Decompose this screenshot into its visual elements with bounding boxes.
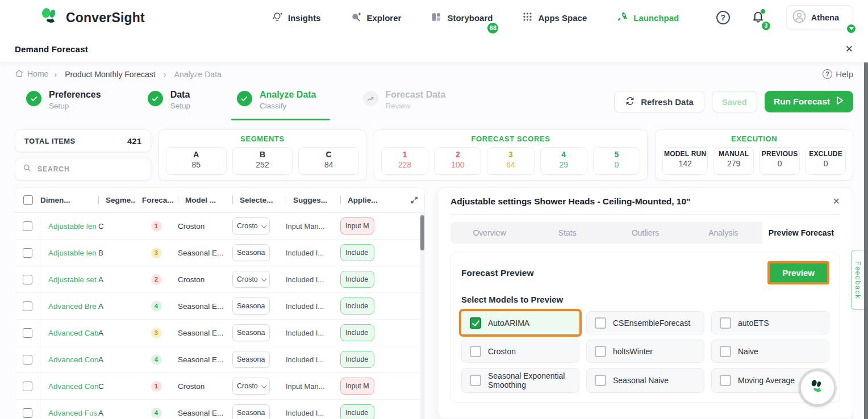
feedback-tab[interactable]: Feedback <box>851 250 864 310</box>
model-checkbox[interactable] <box>470 317 481 329</box>
step-data[interactable]: Data Setup <box>145 89 198 120</box>
table-row[interactable]: Advanced Fus A 4 Seasonal E... Seasona I… <box>15 400 424 419</box>
model-checkbox[interactable] <box>595 375 606 386</box>
row-checkbox[interactable] <box>23 301 32 311</box>
nav-item-explorer[interactable]: Explorer <box>350 11 402 24</box>
table-row[interactable]: Adjustable len B 3 Seasonal E... Seasona… <box>15 240 424 266</box>
model-checkbox[interactable] <box>470 346 481 357</box>
table-row[interactable]: Adjustable set A 2 Croston Crosto Includ… <box>15 266 424 293</box>
selected-model-select[interactable]: Crosto <box>232 271 270 288</box>
table-row[interactable]: Adjustable len C 1 Croston Crosto Input … <box>15 213 424 240</box>
notifications-button[interactable]: 3 <box>752 10 765 26</box>
dimension-link[interactable]: Advanced Con <box>40 355 98 364</box>
panel-close-icon[interactable]: ✕ <box>833 196 840 207</box>
model-option-autoarima[interactable]: AutoARIMA <box>461 311 579 334</box>
table-scrollbar[interactable] <box>420 213 424 419</box>
segment-c[interactable]: C 84 <box>298 147 359 175</box>
applied-badge[interactable]: Include <box>340 404 374 419</box>
breadcrumb-item[interactable]: Product Monthly Forecast <box>65 70 156 79</box>
user-menu[interactable]: Athena <box>786 5 853 30</box>
row-checkbox[interactable] <box>23 328 32 338</box>
step-analyze-data[interactable]: Analyze Data Classify <box>235 89 324 120</box>
applied-badge[interactable]: Input M <box>340 378 374 395</box>
column-header[interactable]: Sugges... <box>286 196 340 204</box>
score-5[interactable]: 5 0 <box>593 147 640 175</box>
score-3[interactable]: 3 64 <box>487 147 534 175</box>
applied-badge[interactable]: Include <box>340 244 374 261</box>
table-row[interactable]: Advanced Bre A 4 Seasonal E... Seasona I… <box>15 293 424 320</box>
column-header[interactable]: Model ... <box>178 196 232 204</box>
selected-model-select[interactable]: Seasona <box>232 351 270 368</box>
selected-model-select[interactable]: Seasona <box>232 404 270 419</box>
page-scrollbar-thumb[interactable] <box>864 62 868 419</box>
run-forecast-button[interactable]: Run Forecast <box>765 91 853 112</box>
nav-item-storyboard[interactable]: Storyboard 68 <box>431 11 493 24</box>
table-row[interactable]: Advanced Con C 1 Croston Crosto Input Ma… <box>15 373 424 400</box>
execution-previous[interactable]: PREVIOUS 0 <box>760 147 800 175</box>
select-all-checkbox[interactable] <box>23 195 33 205</box>
dimension-link[interactable]: Adjustable len <box>40 249 98 257</box>
table-row[interactable]: Advanced Con A 4 Seasonal E... Seasona I… <box>15 346 424 373</box>
close-icon[interactable]: ✕ <box>845 43 853 55</box>
breadcrumb-item[interactable]: Analyze Data <box>174 70 222 79</box>
score-4[interactable]: 4 29 <box>540 147 587 175</box>
model-option-csensembleforecast[interactable]: CSEnsembleForecast <box>586 311 704 334</box>
selected-model-select[interactable]: Crosto <box>232 217 270 234</box>
help-link[interactable]: ? Help <box>823 69 853 79</box>
saved-button[interactable]: Saved <box>712 91 757 112</box>
table-row[interactable]: Advanced Cab A 3 Seasonal E... Seasona I… <box>15 320 424 346</box>
model-option-autoets[interactable]: autoETS <box>711 311 829 334</box>
table-scrollbar-thumb[interactable] <box>420 215 424 250</box>
model-option-holtswinter[interactable]: holtsWinter <box>586 340 704 363</box>
column-header[interactable]: Segme... <box>98 196 135 204</box>
row-checkbox[interactable] <box>23 408 32 418</box>
dimension-link[interactable]: Adjustable set <box>40 275 98 284</box>
applied-badge[interactable]: Include <box>340 298 374 315</box>
model-option-seasonal-naive[interactable]: Seasonal Naive <box>586 368 704 393</box>
model-checkbox[interactable] <box>720 317 731 329</box>
tab-preview-forecast[interactable]: Preview Forecast <box>762 222 840 244</box>
execution-exclude[interactable]: EXCLUDE 0 <box>806 147 846 175</box>
dimension-link[interactable]: Adjustable len <box>40 222 98 231</box>
row-checkbox[interactable] <box>23 275 32 284</box>
model-checkbox[interactable] <box>470 375 481 386</box>
score-1[interactable]: 1 228 <box>381 147 428 175</box>
preview-button[interactable]: Preview <box>770 263 827 282</box>
applied-badge[interactable]: Include <box>340 351 374 368</box>
tab-overview[interactable]: Overview <box>450 222 528 244</box>
applied-badge[interactable]: Include <box>340 324 374 341</box>
applied-badge[interactable]: Input M <box>340 217 374 234</box>
row-checkbox[interactable] <box>23 355 32 364</box>
row-checkbox[interactable] <box>23 382 32 391</box>
execution-manual[interactable]: MANUAL 279 <box>713 147 754 175</box>
model-checkbox[interactable] <box>595 346 606 357</box>
execution-model-run[interactable]: MODEL RUN 142 <box>662 147 708 175</box>
dimension-link[interactable]: Advanced Bre <box>40 302 98 311</box>
nav-item-launchpad[interactable]: Launchpad <box>616 11 679 24</box>
segment-a[interactable]: A 85 <box>166 147 227 175</box>
dimension-link[interactable]: Advanced Con <box>40 382 98 391</box>
model-option-naive[interactable]: Naive <box>711 340 829 363</box>
selected-model-select[interactable]: Seasona <box>232 324 270 341</box>
model-option-croston[interactable]: Croston <box>461 340 579 363</box>
dimension-link[interactable]: Advanced Cab <box>40 329 98 337</box>
search-input[interactable]: SEARCH <box>15 158 151 181</box>
column-header[interactable]: Dimen... <box>40 196 98 204</box>
selected-model-select[interactable]: Crosto <box>232 378 270 395</box>
conversight-logo[interactable]: ConverSight <box>40 7 145 28</box>
step-preferences[interactable]: Preferences Setup <box>24 89 109 120</box>
nav-item-apps-space[interactable]: Apps Space <box>522 11 587 24</box>
breadcrumb-home[interactable]: Home <box>15 69 48 79</box>
refresh-data-button[interactable]: Refresh Data <box>614 91 704 112</box>
model-checkbox[interactable] <box>595 317 606 329</box>
tab-analysis[interactable]: Analysis <box>685 222 762 244</box>
page-scrollbar[interactable] <box>864 62 868 419</box>
segment-b[interactable]: B 252 <box>232 147 293 175</box>
expand-table-icon[interactable] <box>410 196 419 207</box>
row-checkbox[interactable] <box>23 221 32 231</box>
help-icon[interactable]: ? <box>716 11 730 24</box>
model-checkbox[interactable] <box>720 346 731 357</box>
step-forecast-data[interactable]: Forecast Data Review <box>361 89 454 120</box>
tab-outliers[interactable]: Outliers <box>606 222 684 244</box>
nav-item-insights[interactable]: Insights <box>272 11 321 24</box>
